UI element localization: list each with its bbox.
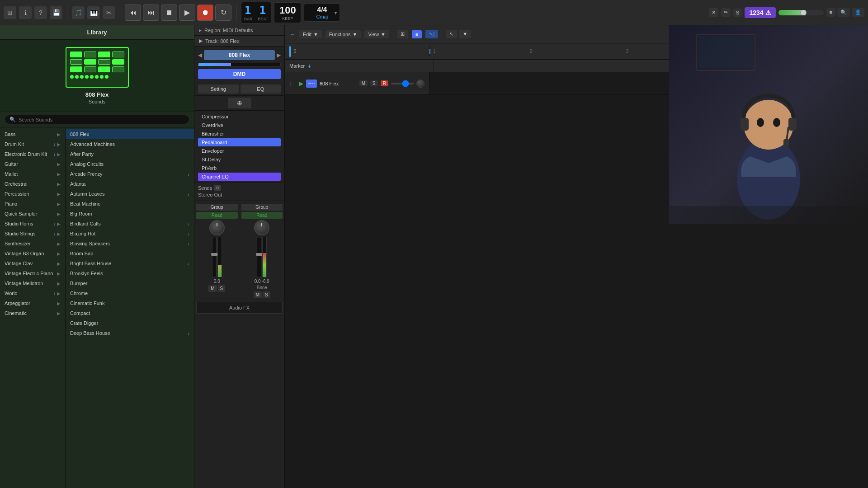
audio-fx-box[interactable]: Audio FX <box>196 302 283 314</box>
search-input[interactable] <box>19 117 184 122</box>
track-1-record-button[interactable]: R <box>381 80 388 86</box>
track-1-volume-slider[interactable] <box>391 83 414 84</box>
grid-view-button[interactable]: ⊞ <box>397 30 408 38</box>
cursor-button[interactable]: ↖ <box>446 30 457 38</box>
dot-8[interactable] <box>105 75 108 79</box>
scissors-icon[interactable]: ✂ <box>103 6 115 19</box>
sound-808-flex[interactable]: 808 Flex <box>66 129 194 139</box>
category-cinematic[interactable]: Cinematic ▶ <box>0 308 65 318</box>
category-studio-horns[interactable]: Studio Horns ↓▶ <box>0 219 65 229</box>
pad-3[interactable] <box>98 52 110 57</box>
dot-5[interactable] <box>90 75 94 79</box>
category-vintage-mellotron[interactable]: Vintage Mellotron ▶ <box>0 278 65 288</box>
category-vintage-clav[interactable]: Vintage Clav ▶ <box>0 258 65 268</box>
pencil-icon[interactable]: ✏ <box>721 8 731 17</box>
sound-after-party[interactable]: After Party <box>66 149 194 159</box>
pan-knob-2[interactable] <box>254 220 269 235</box>
pad-5[interactable] <box>70 59 82 65</box>
sends-toggle[interactable]: ⊖ <box>214 185 221 191</box>
sound-blazing-hot[interactable]: Blazing Hot ↓ <box>66 229 194 239</box>
group-button-1[interactable]: Group <box>196 204 238 211</box>
info-icon[interactable]: ℹ <box>19 6 32 19</box>
sound-chrome[interactable]: Chrome <box>66 288 194 298</box>
close-button[interactable]: ✕ <box>709 8 718 17</box>
fx-ptverb[interactable]: PtVerb <box>198 164 281 172</box>
sound-brooklyn-feels[interactable]: Brooklyn Feels <box>66 268 194 278</box>
category-drum-kit[interactable]: Drum Kit ↓▶ <box>0 139 65 149</box>
category-mallet[interactable]: Mallet ▶ <box>0 169 65 179</box>
category-electronic-drum-kit[interactable]: Electronic Drum Kit ↓▶ <box>0 149 65 159</box>
category-world[interactable]: World ↓▶ <box>0 288 65 298</box>
dot-6[interactable] <box>95 75 99 79</box>
category-piano[interactable]: Piano ▶ <box>0 199 65 209</box>
read-button-1[interactable]: Read <box>196 212 238 219</box>
dot-4[interactable] <box>85 75 89 79</box>
category-studio-strings[interactable]: Studio Strings ↓▶ <box>0 229 65 239</box>
sound-blowing-speakers[interactable]: Blowing Speakers ↓ <box>66 239 194 249</box>
dot-7[interactable] <box>100 75 104 79</box>
sound-big-room[interactable]: Big Room <box>66 209 194 219</box>
eq-button[interactable]: EQ <box>241 84 281 94</box>
category-vintage-ep[interactable]: Vintage Electric Piano ▶ <box>0 268 65 278</box>
mute-button-2[interactable]: M <box>254 291 262 298</box>
cursor-tool-button[interactable]: ↖| <box>425 30 438 38</box>
category-guitar[interactable]: Guitar ▶ <box>0 159 65 169</box>
sound-analog-circuits[interactable]: Analog Circuits <box>66 159 194 169</box>
pad-9[interactable] <box>70 66 82 72</box>
functions-button[interactable]: Functions ▼ <box>326 30 361 38</box>
category-arpeggiator[interactable]: Arpeggiator ▶ <box>0 298 65 308</box>
piano-icon[interactable]: 🎹 <box>87 6 100 19</box>
add-marker-button[interactable]: + <box>307 62 311 70</box>
save-button2[interactable]: S <box>733 9 742 17</box>
pan-knob-1[interactable] <box>209 220 225 235</box>
sound-bumper[interactable]: Bumper <box>66 278 194 288</box>
sound-beat-machine[interactable]: Beat Machine <box>66 199 194 209</box>
stereo-out-label[interactable]: Stereo Out <box>198 191 281 199</box>
solo-button-2[interactable]: S <box>263 291 270 298</box>
group-button-2[interactable]: Group <box>241 204 283 211</box>
save-icon[interactable]: 💾 <box>50 6 62 19</box>
track-1-solo-button[interactable]: S <box>370 80 378 86</box>
sound-birdland-calls[interactable]: Birdland Calls ↓ <box>66 219 194 229</box>
sound-advanced-machines[interactable]: Advanced Machines <box>66 139 194 149</box>
channel-left-arrow[interactable]: ◀ <box>198 52 202 58</box>
loop-button[interactable]: ↻ <box>215 5 231 21</box>
fx-enveloper[interactable]: Enveloper <box>198 147 281 155</box>
fx-overdrive[interactable]: Overdrive <box>198 121 281 129</box>
volume-knob[interactable] <box>800 10 807 15</box>
category-quick-sampler[interactable]: Quick Sampler ▶ <box>0 209 65 219</box>
fx-st-delay[interactable]: St-Delay <box>198 155 281 164</box>
dmd-button[interactable]: DMD <box>198 69 281 79</box>
list-icon[interactable]: ≡ <box>826 8 835 17</box>
time-signature-display[interactable]: 4/4 Cmaj ▼ <box>304 4 340 22</box>
pad-1[interactable] <box>70 52 82 57</box>
channel-right-arrow[interactable]: ▶ <box>277 52 281 58</box>
sound-cinematic-funk[interactable]: Cinematic Funk <box>66 298 194 308</box>
grid-icon[interactable]: ⊞ <box>4 6 16 19</box>
record-button[interactable]: ⏺ <box>197 5 213 21</box>
purple-code-button[interactable]: 1234 ⚠ <box>745 7 775 18</box>
pad-10[interactable] <box>84 66 96 72</box>
stop-button[interactable]: ⏹ <box>161 5 177 21</box>
track-1-pan-knob[interactable] <box>416 80 425 88</box>
track-1-mute-button[interactable]: M <box>359 80 368 86</box>
sound-bright-bass-house[interactable]: Bright Bass House ↓ <box>66 258 194 268</box>
account-icon[interactable]: 👤 <box>852 8 864 17</box>
edit-button[interactable]: Edit ▼ <box>299 30 322 38</box>
fast-forward-button[interactable]: ⏭ <box>143 5 159 21</box>
fx-bitcrusher[interactable]: Bitcrusher <box>198 130 281 138</box>
track-1-play-icon[interactable]: ▶ <box>299 80 303 87</box>
view-button[interactable]: View ▼ <box>364 30 389 38</box>
fx-compressor[interactable]: Compressor <box>198 113 281 121</box>
dot-3[interactable] <box>80 75 84 79</box>
help-icon[interactable]: ? <box>34 6 47 19</box>
arr-back-icon[interactable]: ← <box>289 31 296 38</box>
pad-8[interactable] <box>112 59 124 65</box>
category-synthesizer[interactable]: Synthesizer ▶ <box>0 239 65 249</box>
fx-channel-eq[interactable]: Channel EQ <box>198 173 281 181</box>
bpm-display[interactable]: 100 KEEP <box>274 2 301 23</box>
play-button[interactable]: ▶ <box>179 5 195 21</box>
solo-button-1[interactable]: S <box>218 285 226 292</box>
category-percussion[interactable]: Percussion ▶ <box>0 189 65 199</box>
rewind-button[interactable]: ⏮ <box>125 5 141 21</box>
